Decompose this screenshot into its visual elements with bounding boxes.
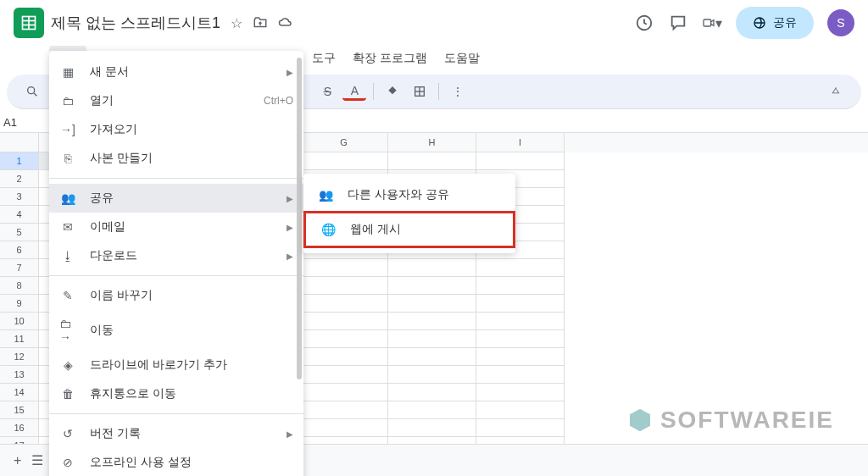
menu-item[interactable]: ⊘ 오프라인 사용 설정 [49, 448, 303, 476]
menu-help[interactable]: 도움말 [437, 46, 487, 71]
row-header[interactable]: 15 [0, 401, 39, 419]
row-header[interactable]: 1 [0, 152, 39, 170]
cell[interactable] [388, 348, 476, 366]
menu-item[interactable]: ▦ 새 문서 ▶ [49, 58, 303, 86]
share-icon: 👥 [59, 191, 76, 205]
submenu-item-label: 웹에 게시 [350, 222, 401, 237]
cell[interactable] [388, 419, 476, 437]
row-header[interactable]: 10 [0, 313, 39, 330]
menu-item[interactable]: ✉ 이메일 ▶ [49, 213, 303, 241]
name-box[interactable]: A1 [0, 113, 39, 132]
strikethrough-button[interactable]: S [315, 80, 339, 103]
history-icon[interactable] [634, 13, 654, 33]
row-header[interactable]: 12 [0, 348, 39, 366]
cell[interactable] [476, 295, 565, 313]
comment-icon[interactable] [668, 13, 688, 33]
add-sheet-button[interactable]: + [14, 453, 21, 468]
cell[interactable] [476, 384, 565, 401]
cell[interactable] [300, 366, 388, 384]
move-to-folder-icon[interactable] [253, 15, 268, 31]
menu-item[interactable]: 🗀 열기 Ctrl+O [49, 86, 303, 115]
cell[interactable] [300, 277, 388, 295]
cell[interactable] [300, 295, 388, 313]
row-header[interactable]: 16 [0, 419, 39, 437]
doc-plus-icon: ▦ [59, 65, 76, 79]
cell[interactable] [476, 330, 565, 348]
cell[interactable] [388, 295, 476, 313]
more-toolbar-button[interactable]: ⋮ [446, 80, 470, 103]
sheets-logo[interactable] [14, 8, 44, 38]
row-header[interactable]: 3 [0, 188, 39, 206]
cell[interactable] [388, 277, 476, 295]
cell[interactable] [388, 313, 476, 330]
borders-button[interactable] [408, 80, 431, 103]
cell[interactable] [476, 152, 565, 170]
cell[interactable] [476, 277, 565, 295]
cell[interactable] [300, 401, 388, 419]
fill-color-button[interactable] [381, 80, 404, 103]
menu-extensions[interactable]: 확장 프로그램 [346, 46, 434, 71]
row-header[interactable]: 2 [0, 170, 39, 188]
cell[interactable] [476, 259, 565, 277]
column-header[interactable]: I [476, 133, 565, 152]
all-sheets-button[interactable]: ☰ [31, 452, 43, 468]
document-title[interactable]: 제목 없는 스프레드시트1 [51, 13, 220, 33]
cell[interactable] [476, 348, 565, 366]
cell[interactable] [476, 313, 565, 330]
cell[interactable] [300, 419, 388, 437]
cell[interactable] [388, 401, 476, 419]
dropdown-scrollbar[interactable] [297, 58, 302, 379]
row-header[interactable]: 5 [0, 224, 39, 241]
cell[interactable] [476, 366, 565, 384]
row-header[interactable]: 8 [0, 277, 39, 295]
submenu-arrow-icon: ▶ [287, 68, 293, 77]
row-header[interactable]: 13 [0, 366, 39, 384]
cell[interactable] [300, 259, 388, 277]
row-header[interactable]: 14 [0, 384, 39, 401]
row-header[interactable]: 4 [0, 206, 39, 224]
menu-item[interactable]: ✎ 이름 바꾸기 [49, 281, 303, 310]
cell[interactable] [300, 330, 388, 348]
column-header[interactable]: H [388, 133, 476, 152]
row-header[interactable]: 6 [0, 241, 39, 259]
cell[interactable] [388, 152, 476, 170]
column-header[interactable]: G [300, 133, 388, 152]
row-header[interactable]: 7 [0, 259, 39, 277]
cell[interactable] [300, 348, 388, 366]
menu-item[interactable]: ⭳ 다운로드 ▶ [49, 241, 303, 270]
search-icon[interactable] [20, 80, 44, 103]
cell[interactable] [388, 366, 476, 384]
submenu-item-label: 다른 사용자와 공유 [348, 187, 449, 202]
menu-tools[interactable]: 도구 [305, 46, 342, 71]
menu-item[interactable]: ◈ 드라이브에 바로가기 추가 [49, 351, 303, 379]
cloud-status-icon[interactable] [278, 15, 293, 31]
user-avatar[interactable]: S [827, 9, 854, 36]
collapse-toolbar-button[interactable]: ㅿ [824, 80, 848, 103]
menu-item[interactable]: →] 가져오기 [49, 115, 303, 144]
menu-item[interactable]: ⎘ 사본 만들기 [49, 144, 303, 173]
menu-item-label: 버전 기록 [90, 426, 273, 441]
select-all-corner[interactable] [0, 133, 39, 152]
cell[interactable] [300, 313, 388, 330]
menu-item[interactable]: 🗑 휴지통으로 이동 [49, 379, 303, 408]
mail-icon: ✉ [59, 220, 76, 234]
menu-item[interactable]: 👥 공유 ▶ [49, 184, 303, 213]
svg-point-7 [28, 87, 35, 94]
cell[interactable] [388, 259, 476, 277]
cell[interactable] [300, 152, 388, 170]
cell[interactable] [476, 419, 565, 437]
submenu-item[interactable]: 👥 다른 사용자와 공유 [303, 179, 515, 211]
cell[interactable] [476, 401, 565, 419]
cell[interactable] [388, 330, 476, 348]
cell[interactable] [300, 384, 388, 401]
cell[interactable] [388, 384, 476, 401]
text-color-button[interactable]: A [342, 82, 366, 101]
menu-item[interactable]: 🗀→ 이동 [49, 310, 303, 351]
menu-item[interactable]: ↺ 버전 기록 ▶ [49, 419, 303, 448]
star-icon[interactable]: ☆ [231, 15, 242, 31]
row-header[interactable]: 11 [0, 330, 39, 348]
share-button[interactable]: 공유 [736, 7, 814, 39]
submenu-item[interactable]: 🌐 웹에 게시 [303, 211, 515, 248]
row-header[interactable]: 9 [0, 295, 39, 313]
meet-icon[interactable]: ▾ [702, 13, 722, 33]
